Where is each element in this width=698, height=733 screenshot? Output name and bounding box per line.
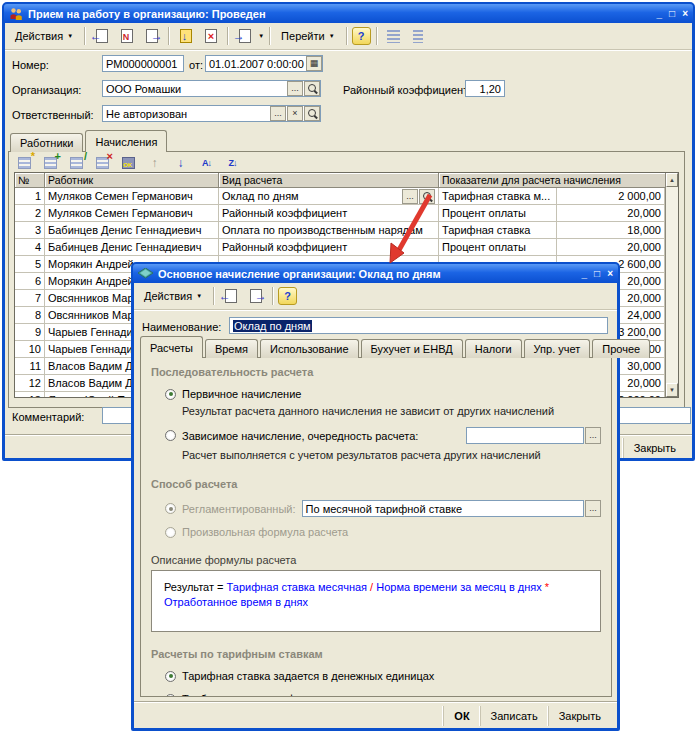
actions-menu-button[interactable]: Действия ▼ <box>9 27 79 45</box>
previous-item-button[interactable]: ← <box>219 286 242 307</box>
close-icon[interactable]: × <box>607 269 613 279</box>
cell-row-number[interactable]: 12 <box>15 375 45 392</box>
move-down-button[interactable]: ↓ <box>169 154 192 171</box>
add-copy-row-button[interactable]: + <box>39 154 62 171</box>
post-document-button[interactable]: ↓ <box>174 26 197 47</box>
custom-formula-option[interactable]: Произвольная формула расчета <box>165 526 601 538</box>
delete-row-button[interactable]: × <box>91 154 114 171</box>
cell-value[interactable]: 20,000 <box>557 239 665 256</box>
primary-accrual-option[interactable]: Первичное начисление <box>165 388 601 400</box>
columns-settings-button[interactable] <box>407 26 430 47</box>
document-window-titlebar[interactable]: Прием на работу в организацию: Проведен … <box>4 4 693 23</box>
cell-value[interactable]: 18,000 <box>557 222 665 239</box>
organization-field[interactable]: ООО Ромашки ... <box>102 80 321 97</box>
district-coefficient-field[interactable]: 1,20 <box>465 80 505 97</box>
cell-indicator[interactable]: Тарифная ставка м... <box>439 188 557 205</box>
cell-indicator[interactable]: Процент оплаты <box>439 239 557 256</box>
cell-calc-kind[interactable]: Оклад по дням... <box>219 188 439 205</box>
cell-calc-kind[interactable]: Оплата по производственным нарядам <box>219 222 439 239</box>
close-button[interactable]: Закрыть <box>548 706 611 726</box>
cell-worker[interactable]: Бабинцев Денис Геннадиевич <box>45 222 219 239</box>
column-header-number[interactable]: № <box>15 173 45 188</box>
column-header-calc-kind[interactable]: Вид расчета <box>219 173 439 188</box>
accrual-dialog-titlebar[interactable]: Основное начисление организации: Оклад п… <box>133 264 618 283</box>
regulated-method-field[interactable]: По месячной тарифной ставке <box>302 500 584 517</box>
set-number-button[interactable]: N <box>115 26 138 47</box>
save-button[interactable]: Записать <box>480 706 548 726</box>
cell-row-number[interactable]: 7 <box>15 290 45 307</box>
minimize-icon[interactable]: _ <box>582 269 588 279</box>
responsible-field[interactable]: Не авторизован ... × <box>102 105 321 122</box>
cell-row-number[interactable]: 5 <box>15 256 45 273</box>
close-icon[interactable]: × <box>682 9 688 19</box>
cell-value[interactable]: 2 000,00 <box>557 188 665 205</box>
cell-worker[interactable]: Бабинцев Денис Геннадиевич <box>45 239 219 256</box>
dependent-accrual-option[interactable]: Зависимое начисление, очередность расчет… <box>165 427 601 444</box>
choose-button[interactable]: ... <box>585 427 601 444</box>
tab-workers[interactable]: Работники <box>10 133 83 152</box>
tab-accounting[interactable]: Бухучет и ЕНВД <box>361 339 463 358</box>
output-list-button[interactable]: → <box>233 26 256 47</box>
add-row-button[interactable]: * <box>13 154 36 171</box>
column-header-indicators[interactable]: Показатели для расчета начисления <box>439 173 665 188</box>
cancel-posting-button[interactable]: × <box>199 26 222 47</box>
cell-row-number[interactable]: 1 <box>15 188 45 205</box>
tab-usage[interactable]: Использование <box>260 339 359 358</box>
dependent-order-field[interactable] <box>466 427 584 444</box>
cell-indicator[interactable]: Процент оплаты <box>439 205 557 222</box>
actions-menu-button[interactable]: Действия ▼ <box>138 287 208 305</box>
minimize-icon[interactable]: _ <box>657 9 663 19</box>
close-button[interactable]: Закрыть <box>623 438 686 458</box>
sort-ascending-button[interactable]: A↓ <box>195 154 218 171</box>
next-document-button[interactable]: → <box>140 26 163 47</box>
cell-row-number[interactable]: 4 <box>15 239 45 256</box>
name-field[interactable]: Оклад по дням <box>229 317 608 334</box>
tariff-money-option[interactable]: Тарифная ставка задается в денежных един… <box>165 670 601 682</box>
ok-button[interactable]: ОК <box>443 706 479 726</box>
tab-accruals[interactable]: Начисления <box>85 130 167 152</box>
tab-time[interactable]: Время <box>205 339 258 358</box>
reread-button[interactable]: → <box>244 286 267 307</box>
tariff-grade-option[interactable]: Требуется ввод тарифного разряда <box>165 693 601 697</box>
cell-row-number[interactable]: 10 <box>15 341 45 358</box>
vertical-scrollbar[interactable]: ▲ ▼ <box>665 173 678 397</box>
cell-value[interactable]: 20,000 <box>557 205 665 222</box>
open-button[interactable] <box>304 81 320 96</box>
table-row[interactable]: 2Муляков Семен ГермановичРайонный коэффи… <box>15 205 665 222</box>
table-row[interactable]: 1Муляков Семен ГермановичОклад по дням..… <box>15 188 665 205</box>
table-row[interactable]: 4Бабинцев Денис ГеннадиевичРайонный коэф… <box>15 239 665 256</box>
tab-other[interactable]: Прочее <box>592 339 650 358</box>
cell-worker[interactable]: Муляков Семен Германович <box>45 188 219 205</box>
cell-row-number[interactable]: 9 <box>15 324 45 341</box>
open-button[interactable] <box>304 106 320 121</box>
number-field[interactable]: РМ000000001 <box>102 55 184 72</box>
open-button[interactable] <box>419 189 435 204</box>
choose-button[interactable]: ... <box>585 500 601 517</box>
regulated-method-option[interactable]: Регламентированный: По месячной тарифной… <box>165 500 601 517</box>
choose-button[interactable]: ... <box>402 189 418 204</box>
caret-down-icon[interactable]: ▼ <box>258 33 264 39</box>
tab-management[interactable]: Упр. учет <box>524 339 591 358</box>
cell-row-number[interactable]: 3 <box>15 222 45 239</box>
help-button[interactable]: ? <box>278 287 297 305</box>
tab-taxes[interactable]: Налоги <box>465 339 522 358</box>
scroll-down-icon[interactable]: ▼ <box>666 383 678 397</box>
sort-descending-button[interactable]: Z↓ <box>221 154 244 171</box>
help-button[interactable]: ? <box>352 27 371 45</box>
table-row[interactable]: 3Бабинцев Денис ГеннадиевичОплата по про… <box>15 222 665 239</box>
end-edit-button[interactable]: OK <box>117 154 140 171</box>
choose-button[interactable]: ... <box>270 106 286 121</box>
scroll-up-icon[interactable]: ▲ <box>666 173 678 187</box>
goto-menu-button[interactable]: Перейти ▼ <box>275 27 341 45</box>
previous-document-button[interactable]: ← <box>90 26 113 47</box>
edit-row-button[interactable]: / <box>65 154 88 171</box>
cell-row-number[interactable]: 6 <box>15 273 45 290</box>
cell-worker[interactable]: Муляков Семен Германович <box>45 205 219 222</box>
cell-row-number[interactable]: 8 <box>15 307 45 324</box>
choose-button[interactable]: ... <box>287 81 303 96</box>
maximize-icon[interactable]: □ <box>669 9 675 19</box>
cell-row-number[interactable]: 11 <box>15 358 45 375</box>
cell-row-number[interactable]: 13 <box>15 392 45 398</box>
tab-calculations[interactable]: Расчеты <box>140 336 203 358</box>
cell-row-number[interactable]: 2 <box>15 205 45 222</box>
